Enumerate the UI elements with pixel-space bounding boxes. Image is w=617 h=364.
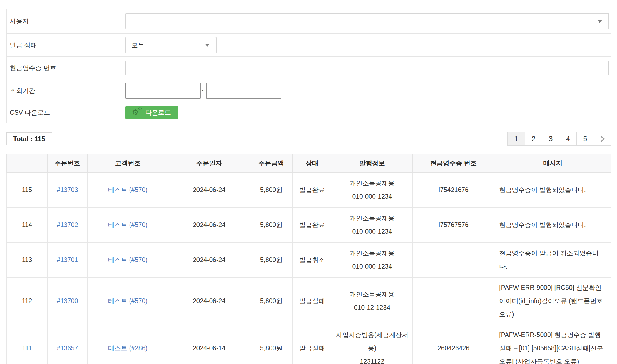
table-row: 113 #13701 테스트 (#570) 2024-06-24 5,800원 … (7, 243, 611, 278)
message-cell: 현금영수증이 발행되었습니다. (494, 173, 611, 208)
issue-info-cell: 개인소득공제용 010-000-1234 (332, 243, 413, 278)
column-header-issue-info: 발행정보 (332, 154, 413, 173)
period-to-input[interactable] (206, 83, 281, 99)
status-cell: 발급완료 (293, 208, 332, 243)
chevron-down-icon (205, 44, 210, 47)
row-index-cell: 111 (7, 325, 48, 364)
customer-link[interactable]: 테스트 (#570) (108, 297, 148, 305)
period-separator: ~ (201, 87, 205, 94)
customer-cell: 테스트 (#570) (88, 208, 168, 243)
issue-identity: 010-000-1234 (335, 190, 410, 203)
row-index-cell: 114 (7, 208, 48, 243)
page-button-1[interactable]: 1 (507, 132, 525, 146)
filter-label-user: 사용자 (7, 9, 121, 33)
order-link[interactable]: #13702 (57, 221, 78, 228)
order-date-cell: 2024-06-14 (168, 325, 250, 364)
order-amount-cell: 5,800원 (250, 243, 293, 278)
page-button-4[interactable]: 4 (559, 132, 577, 146)
period-from-input[interactable] (125, 83, 201, 99)
issue-identity: 010-000-1234 (335, 260, 410, 273)
filter-row-user: 사용자 (7, 9, 611, 34)
gears-icon: ⚙⚙ (132, 108, 142, 118)
page-button-5[interactable]: 5 (576, 132, 594, 146)
table-row: 112 #13700 테스트 (#570) 2024-06-24 5,800원 … (7, 278, 611, 325)
pagination: 1 2 3 4 5 (508, 132, 611, 146)
column-header-amount: 주문금액 (250, 154, 293, 173)
issue-identity: 1231122 (335, 355, 410, 364)
order-number-cell: #13702 (48, 208, 88, 243)
customer-cell: 테스트 (#570) (88, 278, 168, 325)
chevron-down-icon (597, 20, 602, 23)
message-cell: [PAFW-ERR-5000] 현금영수증 발행 실패 – [01] [5056… (494, 325, 611, 364)
filter-label-receipt-number: 현금영수증 번호 (7, 57, 121, 79)
order-link[interactable]: #13700 (57, 297, 78, 305)
receipt-number-cell (413, 243, 494, 278)
order-link[interactable]: #13701 (57, 256, 78, 263)
filter-row-csv: CSV 다운로드 ⚙⚙ 다운로드 (7, 102, 611, 123)
filter-label-status: 발급 상태 (7, 34, 121, 56)
issue-type: 사업자증빙용(세금계산서용) (335, 328, 410, 355)
receipt-number-cell: I75421676 (413, 173, 494, 208)
order-amount-cell: 5,800원 (250, 208, 293, 243)
order-amount-cell: 5,800원 (250, 325, 293, 364)
column-header-customer: 고객번호 (88, 154, 168, 173)
column-header-index (7, 154, 48, 173)
order-date-cell: 2024-06-24 (168, 208, 250, 243)
page-button-2[interactable]: 2 (525, 132, 542, 146)
filter-label-csv: CSV 다운로드 (7, 102, 121, 123)
column-header-date: 주문일자 (168, 154, 250, 173)
customer-cell: 테스트 (#286) (88, 325, 168, 364)
column-header-message: 메시지 (494, 154, 611, 173)
order-date-cell: 2024-06-24 (168, 278, 250, 325)
order-number-cell: #13703 (48, 173, 88, 208)
page-button-3[interactable]: 3 (542, 132, 559, 146)
total-count: Total : 115 (6, 132, 52, 145)
issue-info-cell: 개인소득공제용 010-000-1234 (332, 173, 413, 208)
customer-cell: 테스트 (#570) (88, 243, 168, 278)
list-toolbar: Total : 115 1 2 3 4 5 (6, 132, 611, 146)
customer-cell: 테스트 (#570) (88, 173, 168, 208)
receipt-number-cell (413, 278, 494, 325)
row-index-cell: 113 (7, 243, 48, 278)
csv-download-button-label: 다운로드 (145, 108, 171, 117)
table-row: 114 #13702 테스트 (#570) 2024-06-24 5,800원 … (7, 208, 611, 243)
csv-download-button[interactable]: ⚙⚙ 다운로드 (125, 106, 178, 119)
order-link[interactable]: #13703 (57, 186, 78, 193)
column-header-order: 주문번호 (48, 154, 88, 173)
table-header-row: 주문번호 고객번호 주문일자 주문금액 상태 발행정보 현금영수증 번호 메시지 (7, 154, 611, 173)
order-number-cell: #13657 (48, 325, 88, 364)
customer-link[interactable]: 테스트 (#570) (108, 256, 148, 263)
message-cell: [PAFW-ERR-9000] [RC50] 신분확인아이디(id_info)길… (494, 278, 611, 325)
column-header-receipt: 현금영수증 번호 (413, 154, 494, 173)
message-cell: 현금영수증이 발급이 취소되었습니다. (494, 243, 611, 278)
filter-row-receipt-number: 현금영수증 번호 (7, 57, 611, 79)
customer-link[interactable]: 테스트 (#570) (108, 186, 148, 193)
filter-label-period: 조회기간 (7, 79, 121, 102)
filter-form: 사용자 발급 상태 모두 현금영수증 번호 (6, 9, 611, 123)
cash-receipt-admin-page: 사용자 발급 상태 모두 현금영수증 번호 (0, 0, 617, 364)
issue-type: 개인소득공제용 (335, 177, 410, 190)
table-row: 115 #13703 테스트 (#570) 2024-06-24 5,800원 … (7, 173, 611, 208)
status-select[interactable]: 모두 (125, 37, 217, 53)
row-index-cell: 115 (7, 173, 48, 208)
status-select-value: 모두 (131, 41, 144, 49)
next-page-button[interactable] (594, 132, 611, 146)
customer-link[interactable]: 테스트 (#570) (108, 221, 148, 228)
issue-type: 개인소득공제용 (335, 212, 410, 225)
order-number-cell: #13700 (48, 278, 88, 325)
status-cell: 발급실패 (293, 325, 332, 364)
filter-row-status: 발급 상태 모두 (7, 34, 611, 57)
order-amount-cell: 5,800원 (250, 173, 293, 208)
row-index-cell: 112 (7, 278, 48, 325)
receipt-number-input[interactable] (125, 61, 609, 75)
customer-link[interactable]: 테스트 (#286) (108, 345, 148, 352)
issue-info-cell: 사업자증빙용(세금계산서용) 1231122 (332, 325, 413, 364)
filter-row-period: 조회기간 ~ (7, 79, 611, 102)
status-cell: 발급실패 (293, 278, 332, 325)
order-number-cell: #13701 (48, 243, 88, 278)
issue-type: 개인소득공제용 (335, 288, 410, 301)
user-select[interactable] (125, 13, 609, 29)
status-cell: 발급취소 (293, 243, 332, 278)
issue-identity: 010-12-1234 (335, 301, 410, 315)
order-link[interactable]: #13657 (57, 345, 78, 352)
